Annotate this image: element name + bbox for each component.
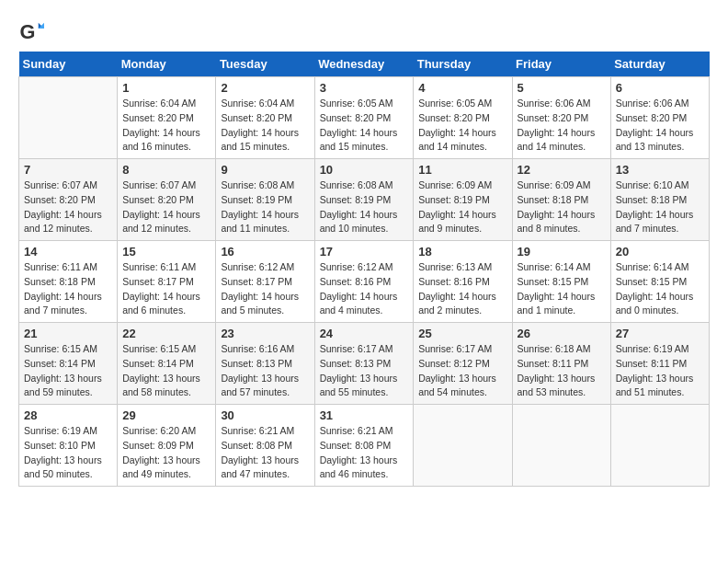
calendar-cell: 2Sunrise: 6:04 AMSunset: 8:20 PMDaylight… <box>216 77 314 159</box>
day-number: 5 <box>518 81 606 95</box>
day-info: Sunrise: 6:12 AMSunset: 8:16 PMDaylight:… <box>320 260 409 318</box>
day-info: Sunrise: 6:07 AMSunset: 8:20 PMDaylight:… <box>24 178 112 236</box>
calendar-cell: 24Sunrise: 6:17 AMSunset: 8:13 PMDayligh… <box>314 323 414 405</box>
calendar-table: SundayMondayTuesdayWednesdayThursdayFrid… <box>18 52 710 487</box>
day-info: Sunrise: 6:21 AMSunset: 8:08 PMDaylight:… <box>221 424 309 482</box>
day-info: Sunrise: 6:10 AMSunset: 8:18 PMDaylight:… <box>616 178 704 236</box>
calendar-cell: 26Sunrise: 6:18 AMSunset: 8:11 PMDayligh… <box>512 323 610 405</box>
calendar-cell: 3Sunrise: 6:05 AMSunset: 8:20 PMDaylight… <box>314 77 414 159</box>
calendar-week-4: 21Sunrise: 6:15 AMSunset: 8:14 PMDayligh… <box>19 323 710 405</box>
column-header-tuesday: Tuesday <box>216 52 314 77</box>
calendar-cell: 6Sunrise: 6:06 AMSunset: 8:20 PMDaylight… <box>610 77 709 159</box>
calendar-week-5: 28Sunrise: 6:19 AMSunset: 8:10 PMDayligh… <box>19 405 710 487</box>
day-info: Sunrise: 6:05 AMSunset: 8:20 PMDaylight:… <box>418 97 506 155</box>
day-info: Sunrise: 6:16 AMSunset: 8:13 PMDaylight:… <box>221 342 309 400</box>
day-info: Sunrise: 6:15 AMSunset: 8:14 PMDaylight:… <box>24 342 112 400</box>
day-info: Sunrise: 6:09 AMSunset: 8:18 PMDaylight:… <box>518 178 606 236</box>
day-info: Sunrise: 6:15 AMSunset: 8:14 PMDaylight:… <box>122 342 210 400</box>
column-header-saturday: Saturday <box>610 52 709 77</box>
calendar-cell: 15Sunrise: 6:11 AMSunset: 8:17 PMDayligh… <box>118 241 216 323</box>
day-info: Sunrise: 6:05 AMSunset: 8:20 PMDaylight:… <box>320 97 409 155</box>
calendar-cell: 29Sunrise: 6:20 AMSunset: 8:09 PMDayligh… <box>118 405 216 487</box>
day-number: 4 <box>418 81 506 95</box>
day-number: 8 <box>122 163 210 177</box>
day-number: 2 <box>221 81 309 95</box>
day-number: 11 <box>418 163 506 177</box>
calendar-week-3: 14Sunrise: 6:11 AMSunset: 8:18 PMDayligh… <box>19 241 710 323</box>
day-number: 21 <box>24 327 112 340</box>
calendar-cell: 21Sunrise: 6:15 AMSunset: 8:14 PMDayligh… <box>19 323 118 405</box>
day-number: 30 <box>221 408 309 422</box>
calendar-cell: 1Sunrise: 6:04 AMSunset: 8:20 PMDaylight… <box>118 77 216 159</box>
calendar-cell: 25Sunrise: 6:17 AMSunset: 8:12 PMDayligh… <box>414 323 512 405</box>
calendar-cell: 23Sunrise: 6:16 AMSunset: 8:13 PMDayligh… <box>216 323 314 405</box>
day-info: Sunrise: 6:17 AMSunset: 8:12 PMDaylight:… <box>418 342 506 400</box>
column-header-wednesday: Wednesday <box>314 52 414 77</box>
day-number: 1 <box>122 81 210 95</box>
day-info: Sunrise: 6:18 AMSunset: 8:11 PMDaylight:… <box>518 342 606 400</box>
day-info: Sunrise: 6:19 AMSunset: 8:10 PMDaylight:… <box>24 424 112 482</box>
calendar-cell: 16Sunrise: 6:12 AMSunset: 8:17 PMDayligh… <box>216 241 314 323</box>
day-info: Sunrise: 6:11 AMSunset: 8:18 PMDaylight:… <box>24 260 112 318</box>
calendar-header-row: SundayMondayTuesdayWednesdayThursdayFrid… <box>19 52 710 77</box>
day-number: 9 <box>221 163 309 177</box>
calendar-cell: 4Sunrise: 6:05 AMSunset: 8:20 PMDaylight… <box>414 77 512 159</box>
day-number: 20 <box>616 245 704 259</box>
calendar-cell: 7Sunrise: 6:07 AMSunset: 8:20 PMDaylight… <box>19 159 118 241</box>
calendar-cell: 12Sunrise: 6:09 AMSunset: 8:18 PMDayligh… <box>512 159 610 241</box>
day-info: Sunrise: 6:20 AMSunset: 8:09 PMDaylight:… <box>122 424 210 482</box>
column-header-sunday: Sunday <box>19 52 118 77</box>
day-info: Sunrise: 6:07 AMSunset: 8:20 PMDaylight:… <box>122 178 210 236</box>
calendar-cell: 5Sunrise: 6:06 AMSunset: 8:20 PMDaylight… <box>512 77 610 159</box>
day-number: 13 <box>616 163 704 177</box>
day-info: Sunrise: 6:09 AMSunset: 8:19 PMDaylight:… <box>418 178 506 236</box>
column-header-thursday: Thursday <box>414 52 512 77</box>
calendar-cell: 27Sunrise: 6:19 AMSunset: 8:11 PMDayligh… <box>610 323 709 405</box>
day-number: 19 <box>518 245 606 259</box>
day-info: Sunrise: 6:08 AMSunset: 8:19 PMDaylight:… <box>320 178 409 236</box>
day-number: 25 <box>418 327 506 340</box>
calendar-cell: 30Sunrise: 6:21 AMSunset: 8:08 PMDayligh… <box>216 405 314 487</box>
day-info: Sunrise: 6:08 AMSunset: 8:19 PMDaylight:… <box>221 178 309 236</box>
day-number: 28 <box>24 408 112 422</box>
calendar-cell: 11Sunrise: 6:09 AMSunset: 8:19 PMDayligh… <box>414 159 512 241</box>
calendar-cell <box>19 77 118 159</box>
day-number: 18 <box>418 245 506 259</box>
day-number: 16 <box>221 245 309 259</box>
day-number: 23 <box>221 327 309 340</box>
day-number: 27 <box>616 327 704 340</box>
column-header-friday: Friday <box>512 52 610 77</box>
calendar-cell: 8Sunrise: 6:07 AMSunset: 8:20 PMDaylight… <box>118 159 216 241</box>
day-info: Sunrise: 6:14 AMSunset: 8:15 PMDaylight:… <box>518 260 606 318</box>
day-info: Sunrise: 6:14 AMSunset: 8:15 PMDaylight:… <box>616 260 704 318</box>
calendar-cell: 17Sunrise: 6:12 AMSunset: 8:16 PMDayligh… <box>314 241 414 323</box>
day-number: 10 <box>320 163 409 177</box>
svg-text:G: G <box>20 20 36 43</box>
day-info: Sunrise: 6:04 AMSunset: 8:20 PMDaylight:… <box>221 97 309 155</box>
day-info: Sunrise: 6:04 AMSunset: 8:20 PMDaylight:… <box>122 97 210 155</box>
day-number: 22 <box>122 327 210 340</box>
day-info: Sunrise: 6:06 AMSunset: 8:20 PMDaylight:… <box>518 97 606 155</box>
calendar-week-2: 7Sunrise: 6:07 AMSunset: 8:20 PMDaylight… <box>19 159 710 241</box>
calendar-cell: 18Sunrise: 6:13 AMSunset: 8:16 PMDayligh… <box>414 241 512 323</box>
day-info: Sunrise: 6:12 AMSunset: 8:17 PMDaylight:… <box>221 260 309 318</box>
logo: G <box>18 18 48 44</box>
calendar-cell: 22Sunrise: 6:15 AMSunset: 8:14 PMDayligh… <box>118 323 216 405</box>
calendar-cell: 9Sunrise: 6:08 AMSunset: 8:19 PMDaylight… <box>216 159 314 241</box>
calendar-cell: 13Sunrise: 6:10 AMSunset: 8:18 PMDayligh… <box>610 159 709 241</box>
day-info: Sunrise: 6:11 AMSunset: 8:17 PMDaylight:… <box>122 260 210 318</box>
page-header: G <box>18 18 710 44</box>
day-number: 31 <box>320 408 409 422</box>
calendar-cell <box>512 405 610 487</box>
day-info: Sunrise: 6:19 AMSunset: 8:11 PMDaylight:… <box>616 342 704 400</box>
calendar-cell: 31Sunrise: 6:21 AMSunset: 8:08 PMDayligh… <box>314 405 414 487</box>
calendar-cell: 14Sunrise: 6:11 AMSunset: 8:18 PMDayligh… <box>19 241 118 323</box>
calendar-cell: 28Sunrise: 6:19 AMSunset: 8:10 PMDayligh… <box>19 405 118 487</box>
calendar-cell <box>414 405 512 487</box>
day-number: 3 <box>320 81 409 95</box>
day-info: Sunrise: 6:06 AMSunset: 8:20 PMDaylight:… <box>616 97 704 155</box>
day-number: 6 <box>616 81 704 95</box>
day-number: 29 <box>122 408 210 422</box>
calendar-cell: 20Sunrise: 6:14 AMSunset: 8:15 PMDayligh… <box>610 241 709 323</box>
day-info: Sunrise: 6:17 AMSunset: 8:13 PMDaylight:… <box>320 342 409 400</box>
